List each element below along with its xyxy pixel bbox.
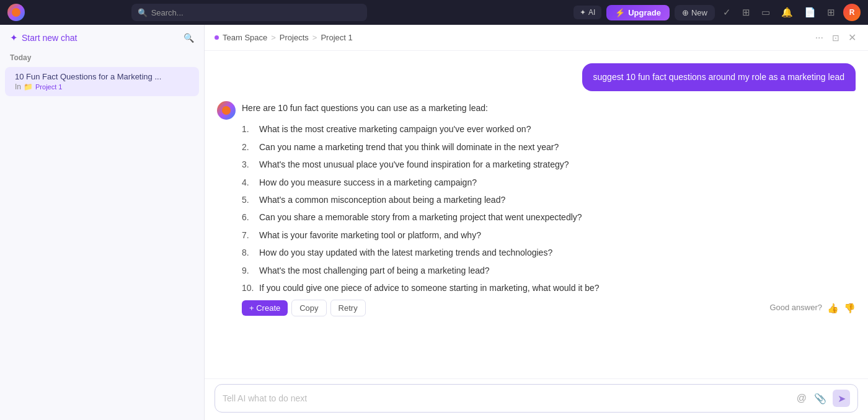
- ai-label: AI: [588, 8, 595, 17]
- question-item: 2.Can you name a marketing trend that yo…: [242, 140, 856, 154]
- at-mention-button[interactable]: @: [795, 391, 808, 405]
- question-text: What's a common misconception about bein…: [259, 193, 505, 207]
- svg-point-0: [12, 8, 20, 17]
- thumbs-down-button[interactable]: 👎: [844, 303, 856, 314]
- history-item-meta: In 📁 Project 1: [15, 83, 189, 91]
- ai-message-row: Here are 10 fun fact questions you can u…: [217, 101, 856, 319]
- sidebar-history-item[interactable]: 10 Fun Fact Questions for a Marketing ..…: [5, 67, 199, 96]
- breadcrumb-sep2: >: [312, 33, 317, 42]
- question-number: 10.: [242, 281, 254, 295]
- check-icon-button[interactable]: ✓: [720, 5, 734, 20]
- ai-intro: Here are 10 fun fact questions you can u…: [242, 101, 856, 115]
- messages-container: suggest 10 fun fact questions around my …: [205, 51, 868, 378]
- question-item: 5.What's a common misconception about be…: [242, 193, 856, 207]
- question-text: How do you measure success in a marketin…: [259, 176, 477, 189]
- question-number: 2.: [242, 140, 254, 154]
- chat-icon: ✦: [10, 32, 18, 43]
- question-number: 8.: [242, 246, 254, 259]
- history-item-project: Project 1: [35, 83, 62, 91]
- more-options-button[interactable]: ···: [813, 30, 825, 45]
- file-icon-button[interactable]: 📄: [801, 5, 819, 20]
- copy-button[interactable]: Copy: [291, 300, 326, 316]
- retry-label: Retry: [339, 303, 358, 313]
- chat-area: Team Space > Projects > Project 1 ··· ⊡ …: [205, 25, 868, 420]
- question-number: 9.: [242, 264, 254, 277]
- copy-label: Copy: [299, 303, 318, 313]
- question-item: 8.How do you stay updated with the lates…: [242, 246, 856, 259]
- sidebar-search-button[interactable]: 🔍: [184, 33, 194, 43]
- question-number: 1.: [242, 122, 254, 136]
- start-new-chat-label: Start new chat: [22, 33, 78, 43]
- upgrade-label: Upgrade: [628, 8, 661, 17]
- plus-icon: ⊕: [682, 8, 689, 17]
- question-number: 4.: [242, 176, 254, 189]
- chat-topbar-actions: ··· ⊡ ✕: [813, 30, 858, 45]
- create-button[interactable]: + Create: [242, 300, 288, 316]
- good-answer-label: Good answer?: [769, 302, 822, 315]
- question-text: Can you share a memorable story from a m…: [259, 210, 582, 224]
- question-text: What's the most unusual place you've fou…: [259, 158, 569, 171]
- start-new-chat-button[interactable]: ✦ Start new chat: [10, 32, 78, 43]
- attachment-button[interactable]: 📎: [813, 391, 828, 406]
- question-text: If you could give one piece of advice to…: [259, 281, 600, 295]
- ai-icon: ✦: [580, 8, 586, 17]
- input-box: @ 📎 ➤: [215, 384, 858, 413]
- history-item-prefix: In: [15, 83, 21, 91]
- upgrade-button[interactable]: ⚡ Upgrade: [606, 5, 670, 20]
- upgrade-icon: ⚡: [615, 8, 625, 17]
- new-label: New: [691, 8, 707, 17]
- good-answer-section: Good answer? 👍 👎: [769, 302, 856, 315]
- send-button[interactable]: ➤: [833, 390, 850, 407]
- user-avatar[interactable]: R: [843, 4, 861, 21]
- chat-topbar: Team Space > Projects > Project 1 ··· ⊡ …: [205, 25, 868, 51]
- question-item: 10.If you could give one piece of advice…: [242, 281, 856, 295]
- questions-list: 1.What is the most creative marketing ca…: [242, 122, 856, 295]
- retry-button[interactable]: Retry: [330, 300, 366, 316]
- user-message-row: suggest 10 fun fact questions around my …: [217, 63, 856, 91]
- question-number: 5.: [242, 193, 254, 207]
- video-icon-button[interactable]: ▭: [758, 5, 773, 20]
- question-text: What is the most creative marketing camp…: [259, 122, 531, 136]
- history-item-title: 10 Fun Fact Questions for a Marketing ..…: [15, 72, 189, 81]
- alarm-icon-button[interactable]: 🔔: [778, 5, 796, 20]
- new-button[interactable]: ⊕ New: [675, 5, 715, 20]
- question-number: 6.: [242, 210, 254, 224]
- action-btns-left: + Create Copy Retry: [242, 300, 366, 316]
- question-item: 4.How do you measure success in a market…: [242, 176, 856, 189]
- close-button[interactable]: ✕: [846, 30, 858, 45]
- panel-toggle-button[interactable]: ⊡: [829, 31, 843, 45]
- search-icon: 🔍: [138, 8, 148, 17]
- breadcrumb-space: Team Space: [223, 33, 267, 42]
- chat-input[interactable]: [223, 393, 790, 403]
- create-label: + Create: [249, 303, 280, 313]
- question-item: 3.What's the most unusual place you've f…: [242, 158, 856, 171]
- action-bar: + Create Copy Retry Good answer? 👍: [242, 295, 856, 319]
- thumbs-up-button[interactable]: 👍: [827, 303, 839, 314]
- search-placeholder: Search...: [151, 8, 184, 17]
- ai-button[interactable]: ✦ AI: [574, 6, 601, 19]
- breadcrumb-project: Project 1: [321, 33, 352, 42]
- sidebar-header: ✦ Start new chat 🔍: [0, 25, 204, 51]
- question-text: What's the most challenging part of bein…: [259, 264, 490, 277]
- question-item: 6.Can you share a memorable story from a…: [242, 210, 856, 224]
- top-navigation: 🔍 Search... ✦ AI ⚡ Upgrade ⊕ New ✓ ⊞ ▭ 🔔…: [0, 0, 868, 25]
- breadcrumb-projects: Projects: [280, 33, 309, 42]
- user-message: suggest 10 fun fact questions around my …: [582, 63, 856, 91]
- question-number: 7.: [242, 228, 254, 242]
- question-item: 9.What's the most challenging part of be…: [242, 264, 856, 277]
- question-text: Can you name a marketing trend that you …: [259, 140, 559, 154]
- question-item: 1.What is the most creative marketing ca…: [242, 122, 856, 136]
- question-number: 3.: [242, 158, 254, 171]
- topnav-right: ✦ AI ⚡ Upgrade ⊕ New ✓ ⊞ ▭ 🔔 📄 ⊞ R: [574, 4, 861, 21]
- grid-icon-button[interactable]: ⊞: [824, 5, 838, 20]
- main-layout: ✦ Start new chat 🔍 Today 10 Fun Fact Que…: [0, 25, 868, 420]
- svg-point-1: [222, 106, 231, 115]
- doc-icon-button[interactable]: ⊞: [739, 5, 753, 20]
- folder-icon: 📁: [24, 83, 33, 91]
- today-label: Today: [0, 51, 204, 66]
- breadcrumb: Team Space > Projects > Project 1: [215, 33, 353, 42]
- search-bar[interactable]: 🔍 Search...: [131, 4, 367, 21]
- ai-avatar: [217, 101, 236, 120]
- app-logo[interactable]: [7, 4, 25, 21]
- question-text: How do you stay updated with the latest …: [259, 246, 552, 259]
